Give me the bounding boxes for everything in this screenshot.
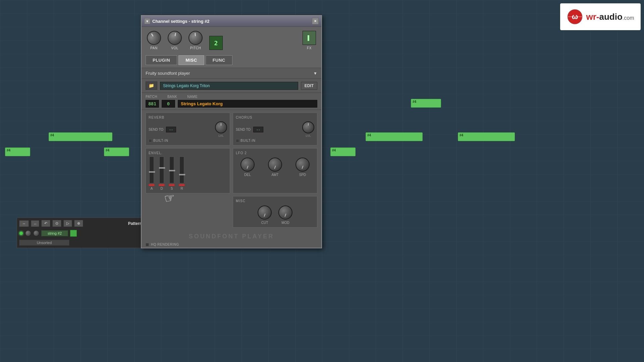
lfo2-title: LFO 2 (236, 151, 314, 155)
pattern-block-5[interactable]: #4 (366, 132, 423, 141)
pitch-label: PITCH (190, 46, 201, 50)
vol-knob-group: VOL (168, 31, 182, 50)
envelope-section: ENVEL. A D (146, 148, 230, 193)
seq-track-name[interactable]: string #2 (41, 230, 68, 236)
pattern-block-6[interactable]: #4 (458, 132, 515, 141)
patch-labels: PATCH BANK NAME (146, 95, 317, 99)
reverb-send-to-display[interactable]: -- (166, 127, 176, 132)
misc-cut-label: CUT (261, 221, 268, 225)
patch-name-display: Strings Legato Korg (178, 100, 317, 108)
soundfont-row: 📁 Strings Legato Korg Triton EDIT (142, 79, 321, 93)
chorus-lvl-knob[interactable] (302, 121, 314, 133)
env-d-label: D (160, 187, 163, 190)
chorus-built-in-check[interactable] (236, 139, 239, 142)
chorus-controls: SEND TO -- LVL (236, 121, 314, 137)
env-d-track[interactable] (159, 157, 164, 183)
fx-display[interactable]: ▌ (303, 31, 316, 45)
chorus-section: CHORUS SEND TO -- LVL BUILT-IN (233, 113, 317, 145)
tab-func[interactable]: FUNC (206, 55, 232, 65)
bank-value-display[interactable]: 0 (162, 100, 175, 108)
hq-row: HQ RENDERING (142, 241, 321, 248)
lfo2-spd-knob[interactable] (296, 158, 310, 172)
dialog-title-left: ▼ Channel settings - string #2 (144, 18, 209, 24)
plugin-name: Fruity soundfont player (146, 71, 190, 76)
pattern-block-7[interactable]: #4 (330, 147, 356, 156)
pan-knob[interactable] (144, 28, 163, 47)
reverb-built-in-label: BUILT-IN (153, 139, 168, 142)
pitch-knob[interactable] (188, 30, 203, 46)
lfo2-del-knob[interactable] (240, 158, 255, 172)
env-r-thumb (179, 174, 185, 175)
env-a-group: A (149, 157, 155, 190)
lfo2-amt-group: AMT (268, 158, 282, 177)
wr-logo-suffix: .com (623, 15, 634, 21)
reverb-section: REVERB SEND TO -- LVL BUILT-IN (146, 113, 230, 145)
env-s-group: S (169, 157, 175, 190)
seq-minus-btn[interactable]: -- (31, 220, 39, 227)
seq-back-btn[interactable]: ↶ (41, 220, 50, 227)
pitch-display-group: 2 (209, 36, 223, 50)
env-d-thumb (159, 167, 165, 169)
seq-category-display[interactable]: Unsorted (19, 240, 69, 246)
wr-logo-audio: audio (599, 12, 622, 22)
dialog-arrow-btn[interactable]: ▼ (144, 18, 150, 24)
vol-knob[interactable] (167, 30, 183, 46)
sequencer-pattern-label: Pattern (128, 221, 142, 226)
chorus-send-to-label: SEND TO (236, 128, 251, 131)
reverb-controls: SEND TO -- LVL (149, 121, 227, 137)
pattern-block-1[interactable]: #4 (411, 99, 441, 108)
chorus-title: CHORUS (236, 116, 314, 119)
reverb-lvl-knob[interactable] (215, 121, 227, 133)
wr-logo-icon: ω (567, 8, 583, 25)
lfo2-knobs: DEL AMT SPD (236, 158, 314, 177)
env-r-bottom (179, 184, 185, 186)
reverb-send-to-label: SEND TO (149, 128, 163, 131)
misc-title: MISC (236, 199, 314, 203)
fx-label: FX (307, 46, 312, 50)
misc-mod-knob[interactable] (278, 205, 292, 220)
env-r-group: R (179, 157, 185, 190)
watermark-text: SOUNDFONT PLAYER (189, 233, 274, 240)
dialog-title-text: Channel settings - string #2 (152, 19, 209, 24)
env-r-label: R (180, 187, 183, 190)
env-r-track[interactable] (179, 157, 184, 183)
pattern-block-2[interactable]: #4 (49, 132, 112, 141)
env-s-track[interactable] (169, 157, 174, 183)
wr-audio-logo: ω wr-audio.com (560, 3, 641, 30)
pan-label: PAN (150, 46, 157, 50)
reverb-built-in-check[interactable] (149, 139, 152, 142)
folder-button[interactable]: 📁 (146, 81, 157, 90)
dialog-close-btn[interactable]: × (312, 18, 319, 24)
seq-left-btn[interactable]: ↔ (19, 220, 29, 227)
seq-track-knob-2[interactable] (33, 230, 39, 236)
env-a-track[interactable] (149, 157, 154, 183)
pattern-block-3[interactable]: #4 (5, 147, 30, 156)
dialog-titlebar: ▼ Channel settings - string #2 × (142, 16, 321, 27)
seq-track-knob-1[interactable] (25, 230, 31, 236)
chorus-lvl-label: LVL (306, 134, 311, 137)
seq-track-led[interactable] (19, 231, 23, 235)
pitch-value-display[interactable]: 2 (209, 36, 223, 50)
seq-track-bar (70, 230, 77, 237)
misc-knobs: CUT MOD (236, 205, 314, 225)
edit-button[interactable]: EDIT (301, 82, 317, 90)
env-d-group: D (159, 157, 165, 190)
watermark-row: SOUNDFONT PLAYER (142, 230, 321, 241)
chorus-send-to-display[interactable]: -- (253, 127, 263, 132)
name-label: NAME (187, 95, 198, 99)
daw-background (0, 0, 644, 362)
seq-fwd-btn[interactable]: ▷ (63, 220, 72, 227)
tab-misc[interactable]: MISC (178, 55, 204, 65)
lfo2-amt-knob[interactable] (268, 158, 282, 172)
tab-plugin[interactable]: PLUGIN (146, 55, 177, 65)
misc-cut-group: CUT (258, 205, 272, 225)
env-a-thumb (149, 171, 155, 173)
plugin-dropdown-arrow[interactable]: ▼ (313, 71, 317, 76)
seq-add-btn[interactable]: ⊕ (74, 220, 83, 227)
patch-value-display[interactable]: 881 (146, 100, 159, 108)
pattern-block-4[interactable]: #4 (104, 147, 129, 156)
misc-mod-label: MOD (281, 221, 289, 225)
misc-cut-knob[interactable] (258, 205, 272, 220)
hq-checkbox[interactable] (146, 243, 149, 246)
seq-rec-btn[interactable]: ⊙ (52, 220, 61, 227)
